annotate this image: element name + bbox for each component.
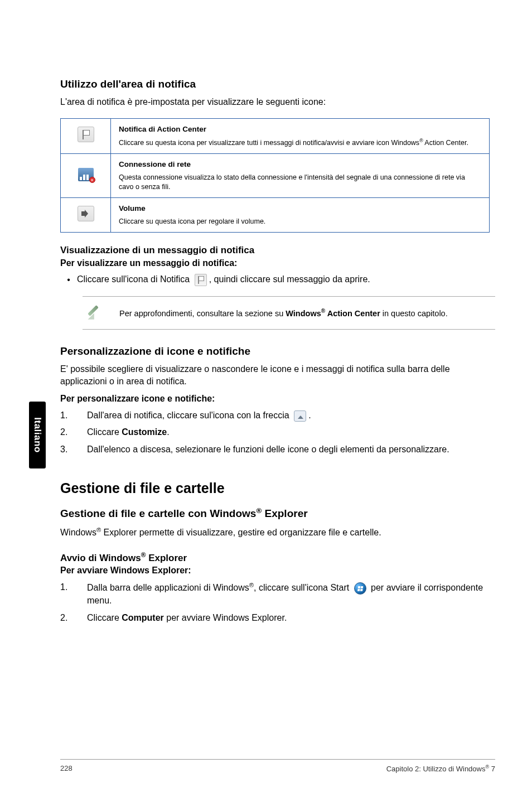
list-item: 1. Dalla barra delle applicazioni di Win… [60,581,495,607]
step-number: 1. [60,409,87,422]
volume-tray-icon [78,206,94,221]
customize-icons-step-title: Per personalizzare icone e notifiche: [60,394,495,404]
windows-start-orb-icon [354,582,366,595]
file-management-title: Gestione di file e cartelle [60,480,495,496]
customize-icons-title: Personalizzazione di icone e notifiche [60,345,495,357]
cell-text: Questa connessione visualizza lo stato d… [119,173,481,192]
notification-icons-table: Notifica di Action Center Cliccare su qu… [60,118,490,233]
table-row: Connessione di rete Questa connessione v… [61,153,490,197]
table-row: Volume Cliccare su questa icona per rego… [61,197,490,232]
list-item: 3. Dall'elenco a discesa, selezionare le… [60,443,495,456]
customize-icons-intro: E' possibile scegliere di visualizzare o… [60,363,495,387]
view-notification-bullet: • Cliccare sull'icona di Notifica , quin… [60,274,495,286]
chapter-label: Capitolo 2: Utilizzo di Windows® 7 [386,764,495,773]
view-notification-title: Visualizzazione di un messaggio di notif… [60,245,495,256]
language-label: Italiano [32,417,43,453]
step-number: 1. [60,581,87,593]
cell-title: Notifica di Action Center [119,124,481,134]
start-explorer-step-title: Per avviare Windows Explorer: [60,566,495,576]
table-row: Notifica di Action Center Cliccare su qu… [61,118,490,153]
section-notification-area-title: Utilizzo dell'area di notifica [60,78,495,90]
step-text: Cliccare Computer per avviare Windows Ex… [87,612,495,624]
page-number: 228 [60,764,72,773]
list-item: 2. Cliccare Customize. [60,426,495,438]
step-number: 2. [60,612,87,624]
action-center-text-cell: Notifica di Action Center Cliccare su qu… [111,118,490,153]
step-text: Dall'elenco a discesa, selezionare le fu… [87,443,495,456]
bullet-dot: • [60,275,77,285]
action-center-tray-icon [78,127,94,142]
step-text: Dall'area di notifica, cliccare sul'icon… [87,409,495,422]
volume-text-cell: Volume Cliccare su questa icona per rego… [111,197,490,232]
tray-arrow-icon [294,410,306,422]
section-notification-area-intro: L'area di notifica è pre-impostata per v… [60,96,495,108]
step-text: Cliccare Customize. [87,426,495,438]
cell-text: Cliccare su questa icona per visualizzar… [119,138,481,148]
volume-icon-cell [61,197,111,232]
step-text: Dalla barra delle applicazioni di Window… [87,581,495,607]
page-footer: 228 Capitolo 2: Utilizzo di Windows® 7 [60,759,495,773]
action-center-icon-cell [61,118,111,153]
view-notification-step-title: Per visualizzare un messaggio di notific… [60,258,495,268]
file-management-explorer-title: Gestione di file e cartelle con Windows®… [60,506,495,520]
start-explorer-steps-list: 1. Dalla barra delle applicazioni di Win… [60,581,495,624]
cell-title: Connessione di rete [119,160,481,170]
network-icon-cell [61,153,111,197]
cell-title: Volume [119,204,481,214]
step-number: 3. [60,443,87,456]
network-text-cell: Connessione di rete Questa connessione v… [111,153,490,197]
start-explorer-title: Avvio di Windows® Explorer [60,551,495,564]
network-tray-icon [78,168,94,181]
file-management-explorer-intro: Windows® Explorer permette di visualizza… [60,526,495,539]
note-pencil-icon [83,305,108,321]
cell-text: Cliccare su questa icona per regolare il… [119,217,481,226]
list-item: 2. Cliccare Computer per avviare Windows… [60,612,495,624]
note-box: Per approfondimenti, consultare la sezio… [83,296,495,330]
language-side-tab: Italiano [29,402,46,468]
notification-flag-icon [195,274,207,286]
list-item: 1. Dall'area di notifica, cliccare sul'i… [60,409,495,422]
customize-steps-list: 1. Dall'area di notifica, cliccare sul'i… [60,409,495,456]
step-number: 2. [60,426,87,438]
note-text: Per approfondimenti, consultare la sezio… [108,308,448,318]
bullet-text: Cliccare sull'icona di Notifica , quindi… [77,274,370,286]
